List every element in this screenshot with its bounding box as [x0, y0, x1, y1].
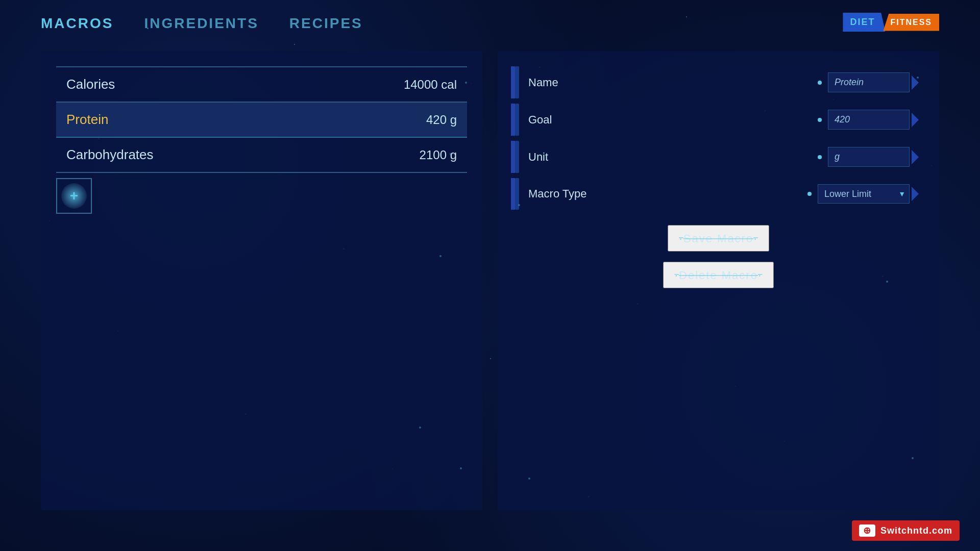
- nav-macros[interactable]: MACROS: [41, 15, 113, 32]
- panel-dot-9: [518, 204, 520, 206]
- goal-input-container: [818, 110, 919, 130]
- unit-label: Unit: [520, 151, 818, 164]
- macro-type-select[interactable]: Lower Limit Upper Limit Exact: [818, 184, 910, 204]
- delete-macro-button[interactable]: Delete Macro: [663, 262, 773, 288]
- unit-input-container: [818, 147, 919, 167]
- panel-dot-5: [439, 255, 442, 257]
- form-panel: Name Goal Unit: [498, 51, 939, 510]
- name-label: Name: [520, 76, 818, 89]
- calories-value: 14000 cal: [404, 78, 457, 92]
- goal-input[interactable]: [828, 110, 910, 130]
- name-bullet: [818, 81, 822, 85]
- save-macro-button[interactable]: Save Macro: [668, 225, 769, 252]
- panel-dot-2: [450, 153, 452, 155]
- protein-value: 420 g: [426, 113, 457, 127]
- unit-row: Unit: [513, 141, 924, 173]
- panel-dot-8: [528, 478, 530, 480]
- add-macro-button[interactable]: +: [56, 178, 92, 214]
- panel-dot-4: [419, 427, 421, 429]
- macro-protein-row[interactable]: Protein 420 g: [56, 103, 467, 138]
- macro-type-bullet: [807, 192, 812, 196]
- protein-name: Protein: [66, 112, 108, 128]
- brand-text: Switchntd.com: [880, 525, 952, 536]
- unit-arrow: [912, 150, 919, 164]
- name-input-container: [818, 72, 919, 92]
- nintendo-switch-icon: ⊕: [859, 524, 875, 537]
- macros-panel: Calories 14000 cal Protein 420 g Carbohy…: [41, 51, 482, 510]
- carbs-name: Carbohydrates: [66, 147, 154, 163]
- goal-row: Goal: [513, 104, 924, 136]
- calories-name: Calories: [66, 77, 115, 92]
- main-panels: Calories 14000 cal Protein 420 g Carbohy…: [41, 51, 939, 510]
- panel-dot-10: [886, 281, 888, 283]
- goal-label: Goal: [520, 113, 818, 127]
- panel-dot-6: [917, 77, 919, 79]
- macro-carbs-row[interactable]: Carbohydrates 2100 g: [56, 138, 467, 173]
- nintendo-logo: ⊕: [859, 524, 875, 537]
- panel-dot-1: [465, 82, 467, 84]
- unit-input[interactable]: [828, 147, 910, 167]
- macro-type-input-container: Lower Limit Upper Limit Exact ▼: [807, 184, 919, 204]
- macro-type-row: Macro Type Lower Limit Upper Limit Exact…: [513, 178, 924, 210]
- macro-type-select-wrapper: Lower Limit Upper Limit Exact ▼: [818, 184, 910, 204]
- name-row-bar: [515, 66, 519, 98]
- add-plus-icon: +: [70, 189, 78, 203]
- brand-footer: ⊕ Switchntd.com: [852, 520, 960, 541]
- nav-ingredients[interactable]: INGREDIENTS: [144, 15, 258, 32]
- header-nav: MACROS INGREDIENTS RECIPES: [41, 15, 363, 32]
- name-row: Name: [513, 66, 924, 98]
- goal-arrow: [912, 113, 919, 127]
- unit-bullet: [818, 155, 822, 159]
- panel-dot-7: [912, 457, 914, 459]
- goal-bullet: [818, 118, 822, 122]
- macro-calories-row[interactable]: Calories 14000 cal: [56, 66, 467, 103]
- nav-recipes[interactable]: RECIPES: [289, 15, 363, 32]
- name-input[interactable]: [828, 72, 910, 92]
- unit-row-bar: [515, 141, 519, 173]
- logo-fitness: FITNESS: [883, 14, 939, 31]
- add-button-glow: +: [61, 183, 87, 209]
- app-logo: DIET FITNESS: [843, 13, 939, 32]
- goal-row-bar: [515, 104, 519, 136]
- macro-type-label: Macro Type: [520, 187, 807, 201]
- panel-dot-3: [460, 467, 462, 469]
- macro-type-arrow: [912, 187, 919, 201]
- action-buttons: Save Macro Delete Macro: [513, 225, 924, 288]
- logo-diet: DIET: [843, 13, 885, 32]
